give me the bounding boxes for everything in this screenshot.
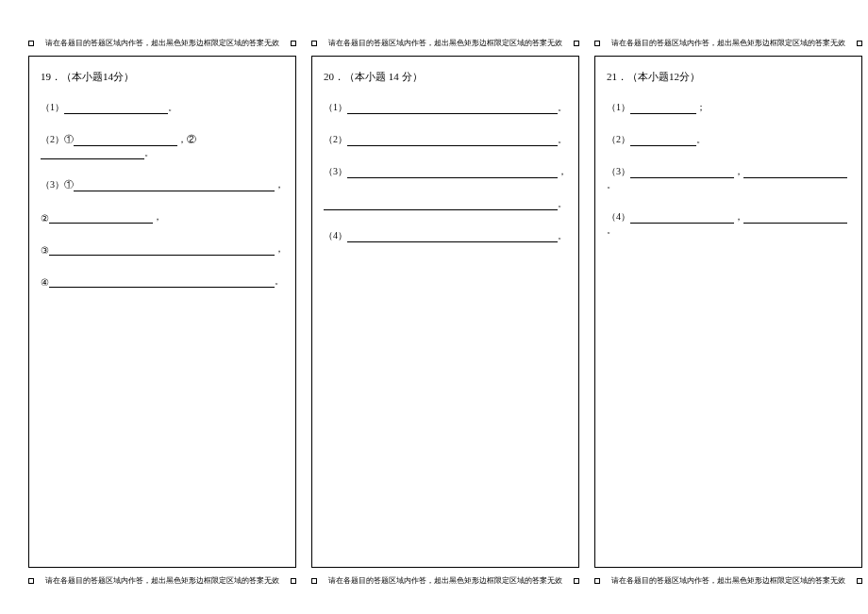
answer-box-19: 19．（本小题14分） （1）。（2）①，②。（3）①，②，③，④。 — [28, 56, 296, 568]
question-title-19: 19．（本小题14分） — [41, 70, 284, 84]
answer-line[interactable]: ③， — [41, 242, 284, 256]
answer-blank[interactable] — [64, 103, 168, 114]
answer-line[interactable]: （4），。 — [607, 210, 850, 237]
answer-text: （1） — [324, 101, 347, 114]
question-title-21: 21．（本小题12分） — [607, 70, 850, 84]
answer-line[interactable]: （3），。 — [607, 165, 850, 191]
page-container: 请在各题目的答题区域内作答，超出黑色矩形边框限定区域的答案无效 19．（本小题1… — [0, 0, 868, 614]
answer-text: ② — [41, 213, 49, 224]
answer-text: 。 — [558, 197, 567, 210]
instruction-text: 请在各题目的答题区域内作答，超出黑色矩形边框限定区域的答案无效 — [611, 575, 845, 586]
answer-line[interactable]: （1）。 — [41, 101, 284, 114]
answer-blank[interactable] — [49, 276, 275, 288]
answer-lines-20[interactable]: （1）。（2）。（3），。（4）。 — [324, 101, 567, 261]
instruction-top-1: 请在各题目的答题区域内作答，超出黑色矩形边框限定区域的答案无效 — [28, 38, 296, 48]
answer-text: ③ — [41, 245, 49, 256]
answer-line[interactable]: （3）， — [324, 165, 567, 178]
marker-icon — [574, 41, 579, 46]
answer-text: （2）① — [41, 133, 74, 146]
instruction-top-2: 请在各题目的答题区域内作答，超出黑色矩形边框限定区域的答案无效 — [311, 38, 579, 48]
column-1: 请在各题目的答题区域内作答，超出黑色矩形边框限定区域的答案无效 19．（本小题1… — [28, 38, 296, 586]
instruction-text: 请在各题目的答题区域内作答，超出黑色矩形边框限定区域的答案无效 — [45, 38, 279, 48]
marker-icon — [574, 578, 579, 584]
answer-blank[interactable] — [49, 244, 275, 256]
instruction-text: 请在各题目的答题区域内作答，超出黑色矩形边框限定区域的答案无效 — [328, 575, 562, 586]
answer-line[interactable]: （1）。 — [324, 101, 567, 114]
answer-blank[interactable] — [41, 148, 144, 159]
answer-box-20: 20．（本小题 14 分） （1）。（2）。（3），。（4）。 — [311, 56, 579, 568]
answer-text: （1） — [41, 101, 64, 114]
marker-icon — [857, 578, 862, 584]
marker-icon — [28, 578, 34, 584]
answer-text: ④ — [41, 277, 49, 288]
answer-text: 。 — [168, 101, 177, 114]
answer-text: （3）① — [41, 178, 74, 191]
answer-blank[interactable] — [347, 135, 558, 146]
answer-text: （1） — [607, 101, 630, 114]
marker-icon — [857, 41, 862, 46]
answer-blank[interactable] — [630, 103, 696, 114]
marker-icon — [594, 578, 600, 584]
answer-text: 。 — [144, 146, 154, 159]
answer-blank[interactable] — [74, 135, 177, 146]
answer-blank[interactable] — [49, 212, 153, 224]
answer-text: 。 — [607, 178, 616, 191]
answer-lines-19[interactable]: （1）。（2）①，②。（3）①，②，③，④。 — [41, 101, 284, 307]
answer-line[interactable]: （2）。 — [324, 133, 567, 146]
answer-text: ， — [558, 165, 567, 178]
answer-line[interactable]: （2）①，②。 — [41, 133, 284, 159]
answer-text: ； — [696, 101, 706, 114]
answer-blank[interactable] — [630, 167, 734, 178]
answer-text: （3） — [324, 165, 347, 178]
answer-text: ，② — [177, 133, 196, 146]
answer-blank[interactable] — [630, 135, 696, 146]
answer-blank[interactable] — [743, 167, 847, 178]
instruction-text: 请在各题目的答题区域内作答，超出黑色矩形边框限定区域的答案无效 — [611, 38, 845, 48]
answer-text: 。 — [696, 133, 706, 146]
answer-text: 。 — [275, 274, 284, 288]
answer-text: 。 — [558, 229, 567, 242]
instruction-bottom-3: 请在各题目的答题区域内作答，超出黑色矩形边框限定区域的答案无效 — [594, 575, 862, 586]
answer-blank[interactable] — [347, 231, 558, 242]
answer-text: ， — [275, 242, 284, 256]
marker-icon — [28, 41, 34, 46]
answer-box-21: 21．（本小题12分） （1）；（2）。（3），。（4），。 — [594, 56, 862, 568]
answer-text: 。 — [607, 224, 616, 237]
answer-line[interactable]: （4）。 — [324, 229, 567, 242]
answer-text: ， — [734, 210, 743, 224]
marker-icon — [311, 578, 317, 584]
answer-line[interactable]: （2）。 — [607, 133, 850, 146]
column-2: 请在各题目的答题区域内作答，超出黑色矩形边框限定区域的答案无效 20．（本小题 … — [311, 38, 579, 586]
answer-text: 。 — [558, 101, 567, 114]
answer-text: ， — [275, 178, 284, 191]
answer-blank[interactable] — [74, 180, 275, 191]
answer-text: （2） — [607, 133, 630, 146]
answer-blank[interactable] — [347, 167, 558, 178]
marker-icon — [311, 41, 317, 46]
answer-text: 。 — [558, 133, 567, 146]
answer-text: （4） — [324, 229, 347, 242]
answer-text: （4） — [607, 210, 630, 224]
answer-line[interactable]: 。 — [324, 197, 567, 210]
answer-text: （2） — [324, 133, 347, 146]
marker-icon — [291, 41, 296, 46]
answer-line[interactable]: ④。 — [41, 274, 284, 288]
answer-line[interactable]: （3）①， — [41, 178, 284, 191]
instruction-top-3: 请在各题目的答题区域内作答，超出黑色矩形边框限定区域的答案无效 — [594, 38, 862, 48]
answer-lines-21[interactable]: （1）；（2）。（3），。（4），。 — [607, 101, 850, 256]
answer-blank[interactable] — [347, 103, 558, 114]
answer-line[interactable]: （1）； — [607, 101, 850, 114]
instruction-bottom-2: 请在各题目的答题区域内作答，超出黑色矩形边框限定区域的答案无效 — [311, 575, 579, 586]
answer-blank[interactable] — [630, 212, 734, 224]
marker-icon — [594, 41, 600, 46]
answer-blank[interactable] — [324, 199, 558, 210]
instruction-text: 请在各题目的答题区域内作答，超出黑色矩形边框限定区域的答案无效 — [328, 38, 562, 48]
answer-line[interactable]: ②， — [41, 210, 284, 224]
answer-text: （3） — [607, 165, 630, 178]
answer-blank[interactable] — [743, 212, 847, 224]
question-title-20: 20．（本小题 14 分） — [324, 70, 567, 84]
column-3: 请在各题目的答题区域内作答，超出黑色矩形边框限定区域的答案无效 21．（本小题1… — [594, 38, 862, 586]
answer-text: ， — [153, 210, 162, 224]
instruction-bottom-1: 请在各题目的答题区域内作答，超出黑色矩形边框限定区域的答案无效 — [28, 575, 296, 586]
marker-icon — [291, 578, 296, 584]
